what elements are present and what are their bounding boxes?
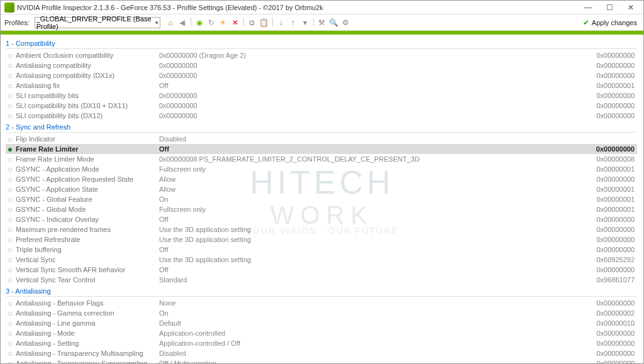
setting-row[interactable]: ○Antialiasing - SettingApplication-contr… <box>6 338 637 348</box>
setting-value[interactable]: Off <box>159 245 596 255</box>
section-header[interactable]: 3 - Antialiasing <box>6 286 637 297</box>
setting-name: Triple buffering <box>16 245 159 255</box>
setting-default: 0x00000000 <box>596 328 637 338</box>
setting-row[interactable]: ○Antialiasing compatibility0x000000000x0… <box>6 60 637 70</box>
setting-value[interactable]: 0x00000000 <box>159 91 596 101</box>
setting-value[interactable]: None <box>159 298 596 308</box>
search-icon[interactable]: 🔍 <box>329 18 339 28</box>
setting-name: GSYNC - Global Feature <box>16 194 159 204</box>
titlebar[interactable]: NVIDIA Profile Inspector 2.1.3.6 - GeFor… <box>1 1 643 14</box>
bullet-icon: ● <box>7 144 13 154</box>
settings-icon[interactable]: ⚙ <box>341 18 351 28</box>
setting-row[interactable]: ○Vertical Sync Tear ControlStandard0x968… <box>6 275 637 285</box>
nvidia-icon[interactable]: ◉ <box>194 18 204 28</box>
setting-row[interactable]: ○SLI compatibility bits0x000000000x00000… <box>6 91 637 101</box>
profile-dropdown[interactable]: _GLOBAL_DRIVER_PROFILE (Base Profile) ▾ <box>35 17 160 28</box>
delete-icon[interactable]: ✕ <box>230 18 240 28</box>
setting-row[interactable]: ○GSYNC - Application StateAllow0x0000000… <box>6 184 637 194</box>
copy-icon[interactable]: ⧉ <box>247 18 257 28</box>
setting-default: 0x00000000 <box>596 144 637 154</box>
setting-row[interactable]: ○SLI compatibility bits (DX12)0x00000000… <box>6 111 637 121</box>
setting-row[interactable]: ○Flip IndicatorDisabled <box>6 134 637 144</box>
setting-value[interactable]: Fullscreen only <box>159 204 596 214</box>
setting-value[interactable]: On <box>159 194 596 204</box>
setting-name: Vertical Sync Tear Control <box>16 275 159 285</box>
export-icon[interactable]: ↓ <box>276 18 286 28</box>
close-button[interactable]: ✕ <box>622 2 640 13</box>
setting-row[interactable]: ○SLI compatibility bits (DX10 + DX11)0x0… <box>6 101 637 111</box>
apply-changes-button[interactable]: ✔ Apply changes <box>580 17 640 28</box>
setting-row[interactable]: ○Antialiasing - Line gammaDefault0x00000… <box>6 318 637 328</box>
setting-row[interactable]: ○Antialiasing - Gamma correctionOn0x0000… <box>6 308 637 318</box>
setting-row[interactable]: ○Vertical SyncUse the 3D application set… <box>6 255 637 265</box>
setting-row[interactable]: ○Antialiasing fixOff0x00000001 <box>6 80 637 91</box>
setting-default: 0x00000001 <box>596 80 637 91</box>
setting-row[interactable]: ○Maximum pre-rendered framesUse the 3D a… <box>6 224 637 234</box>
tool-icon[interactable]: ⚒ <box>317 18 327 28</box>
setting-default: 0x00000001 <box>596 184 637 194</box>
section-header[interactable]: 1 - Compatibility <box>6 38 637 49</box>
maximize-button[interactable]: ☐ <box>601 2 618 13</box>
bullet-icon: ○ <box>7 174 13 184</box>
setting-value[interactable]: 0x00000008 PS_FRAMERATE_LIMITER_2_CONTRO… <box>159 154 596 164</box>
setting-row[interactable]: ○GSYNC - Global ModeFullscreen only0x000… <box>6 204 637 214</box>
setting-value[interactable]: Off <box>159 80 596 91</box>
setting-value[interactable]: Allow <box>159 174 596 184</box>
setting-value[interactable]: Off <box>159 144 596 154</box>
setting-default: 0x00000000 <box>596 111 637 121</box>
bullet-icon: ○ <box>7 318 13 328</box>
setting-row[interactable]: ○GSYNC - Global FeatureOn0x00000001 <box>6 194 637 204</box>
sun-icon[interactable]: ☀ <box>218 18 228 28</box>
setting-value[interactable]: 0x00000000 <box>159 70 596 80</box>
setting-value[interactable]: 0x00000000 <box>159 101 596 111</box>
setting-value[interactable]: 0x00000000 <box>159 111 596 121</box>
setting-value[interactable]: Use the 3D application setting <box>159 224 596 234</box>
refresh-icon[interactable]: ↻ <box>206 18 216 28</box>
setting-row[interactable]: ○Antialiasing compatibility (DX1x)0x0000… <box>6 70 637 80</box>
home-icon[interactable]: ⌂ <box>165 18 175 28</box>
setting-value[interactable]: Use the 3D application setting <box>159 234 596 245</box>
setting-value[interactable]: Standard <box>159 275 596 285</box>
setting-value[interactable]: Default <box>159 318 596 328</box>
back-icon[interactable]: ◀ <box>177 18 187 28</box>
settings-grid[interactable]: HITECH WORK YOUR VISION · OUR FUTURE 1 -… <box>1 35 643 363</box>
paste-icon[interactable]: 📋 <box>259 18 269 28</box>
setting-value[interactable]: On <box>159 308 596 318</box>
setting-value[interactable]: Disabled <box>159 348 596 358</box>
setting-row[interactable]: ○Antialiasing - ModeApplication-controll… <box>6 328 637 338</box>
setting-value[interactable]: Allow <box>159 184 596 194</box>
setting-value[interactable]: Off <box>159 214 596 224</box>
caret-icon[interactable]: ▾ <box>300 18 310 28</box>
section-header[interactable]: 2 - Sync and Refresh <box>6 122 637 133</box>
setting-default: 0x00000002 <box>596 308 637 318</box>
setting-name: Prefered Refreshrate <box>16 234 159 245</box>
setting-default: 0x00000000 <box>596 358 637 363</box>
setting-name: Antialiasing - Transparency Multisamplin… <box>16 348 159 358</box>
setting-value[interactable]: Application-controlled / Off <box>159 338 596 348</box>
setting-row[interactable]: ○Vertical Sync Smooth AFR behaviorOff0x0… <box>6 265 637 275</box>
setting-row[interactable]: ○GSYNC - Application Requested StateAllo… <box>6 174 637 184</box>
setting-value[interactable]: Application-controlled <box>159 328 596 338</box>
setting-value[interactable]: 0x00000000 <box>159 60 596 70</box>
minimize-button[interactable]: — <box>579 2 597 13</box>
setting-value[interactable]: Off / Multisampling <box>159 358 596 363</box>
import-icon[interactable]: ↑ <box>288 18 298 28</box>
setting-value[interactable]: Use the 3D application setting <box>159 255 596 265</box>
setting-value[interactable]: 0x00000000 (Dragon Age 2) <box>159 50 596 60</box>
separator <box>243 18 244 26</box>
setting-row[interactable]: ○Antialiasing - Transparency Multisampli… <box>6 348 637 358</box>
setting-row[interactable]: ○Ambient Occlusion compatibility0x000000… <box>6 50 637 60</box>
setting-value[interactable]: Disabled <box>159 134 635 144</box>
setting-row[interactable]: ○Triple bufferingOff0x00000000 <box>6 245 637 255</box>
setting-row[interactable]: ○Frame Rate Limiter Mode0x00000008 PS_FR… <box>6 154 637 164</box>
setting-row[interactable]: ○Antialiasing - Transparency Supersampli… <box>6 358 637 363</box>
setting-row[interactable]: ○GSYNC - Indicator OverlayOff0x00000000 <box>6 214 637 224</box>
setting-value[interactable]: Fullscreen only <box>159 164 596 174</box>
setting-row[interactable]: ●Frame Rate LimiterOff0x00000000 <box>6 144 637 154</box>
setting-default: 0x00000001 <box>596 204 637 214</box>
separator <box>191 18 191 26</box>
setting-row[interactable]: ○GSYNC - Application ModeFullscreen only… <box>6 164 637 174</box>
setting-row[interactable]: ○Prefered RefreshrateUse the 3D applicat… <box>6 234 637 245</box>
setting-value[interactable]: Off <box>159 265 596 275</box>
setting-row[interactable]: ○Antialiasing - Behavior FlagsNone0x0000… <box>6 298 637 308</box>
